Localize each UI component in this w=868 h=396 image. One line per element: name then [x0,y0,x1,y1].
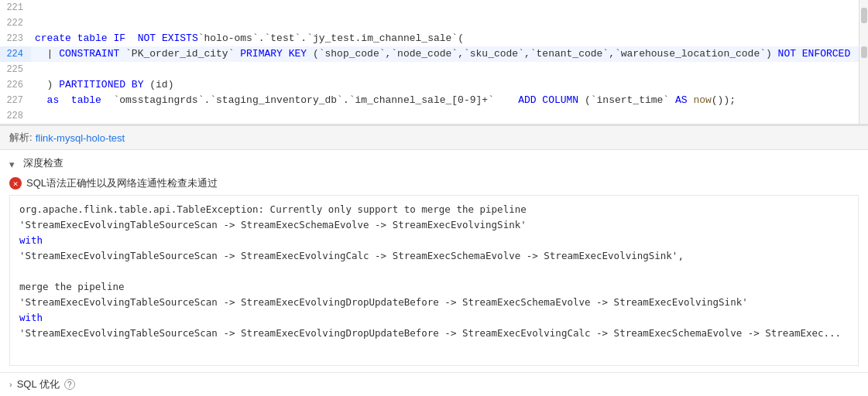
error-line-9: 'StreamExecEvolvingTableSourceScan -> St… [19,326,849,341]
error-line-3: with [19,233,849,248]
line-number-223: 223 [0,31,31,46]
line-number-228: 228 [0,108,31,124]
code-line-228: 228 [0,108,868,124]
code-line-221: 221 [0,0,868,15]
line-content-224: | CONSTRAINT `PK_order_id_city` PRIMARY … [31,46,868,62]
sql-opt-section[interactable]: › SQL 优化 ? [0,372,868,396]
error-line-5 [19,264,849,279]
code-line-224: 224 | CONSTRAINT `PK_order_id_city` PRIM… [0,46,868,62]
code-line-222: 222 [0,15,868,31]
line-number-226: 226 [0,77,31,93]
line-number-225: 225 [0,62,31,77]
error-line-1: org.apache.flink.table.api.TableExceptio… [19,202,849,217]
error-status-row: ✕ SQL语法正确性以及网络连通性检查未通过 [9,176,859,190]
analysis-section: 解析: flink-mysql-holo-test ▾ 深度检查 ✕ SQL语法… [0,125,868,396]
code-lines: 221 222 223 create table IF NOT EXISTS`h… [0,0,868,124]
code-editor: 221 222 223 create table IF NOT EXISTS`h… [0,0,868,125]
code-line-225: 225 [0,62,868,77]
deep-check-section: ▾ 深度检查 ✕ SQL语法正确性以及网络连通性检查未通过 org.apache… [0,150,868,372]
code-line-223: 223 create table IF NOT EXISTS`holo-oms`… [0,31,868,46]
analysis-label: 解析: [9,131,33,145]
line-number-222: 222 [0,15,31,31]
line-number-221: 221 [0,0,31,15]
error-status-text: SQL语法正确性以及网络连通性检查未通过 [26,176,218,190]
line-number-227: 227 [0,93,31,108]
analysis-value: flink-mysql-holo-test [36,132,125,144]
line-content-226: ) PARTITIONED BY (id) [31,77,868,93]
error-circle-icon: ✕ [9,177,22,189]
chevron-right-icon: › [9,380,12,389]
sql-opt-label: SQL 优化 [17,377,60,391]
error-line-7: 'StreamExecEvolvingTableSourceScan -> St… [19,295,849,310]
scrollbar-thumb-mid [861,46,867,58]
help-icon[interactable]: ? [64,379,75,390]
chevron-down-icon: ▾ [9,159,19,168]
code-line-226: 226 ) PARTITIONED BY (id) [0,77,868,93]
line-content-227: as table `omsstagingrds`.`staging_invent… [31,93,868,108]
line-content-223: create table IF NOT EXISTS`holo-oms`.`te… [31,31,868,46]
deep-check-label: 深度检查 [23,156,63,170]
error-line-4: 'StreamExecEvolvingTableSourceScan -> St… [19,248,849,264]
line-number-224: 224 [0,46,31,62]
error-line-6: merge the pipeline [19,279,849,295]
scrollbar-thumb-top [861,8,867,23]
code-line-227: 227 as table `omsstagingrds`.`staging_in… [0,93,868,108]
error-line-2: 'StreamExecEvolvingTableSourceScan -> St… [19,217,849,233]
analysis-header: 解析: flink-mysql-holo-test [0,126,868,150]
deep-check-toggle[interactable]: ▾ 深度检查 [9,156,859,170]
error-line-8: with [19,310,849,326]
vertical-scrollbar[interactable] [859,0,868,124]
error-detail-box: org.apache.flink.table.api.TableExceptio… [9,195,859,366]
